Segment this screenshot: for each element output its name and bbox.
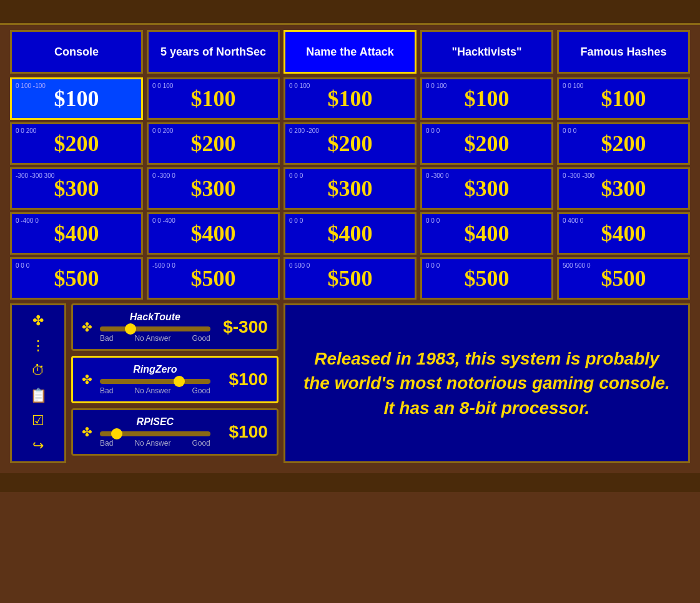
team-score-2: $100 (218, 422, 268, 442)
cell-scores-0-1: 0 0 100 (152, 82, 173, 90)
cell-value-2-2: $300 (328, 175, 373, 202)
cell-value-1-2: $200 (328, 130, 373, 157)
grid-cell-4-1[interactable]: -500 0 0$500 (147, 257, 280, 300)
bottom-bar (0, 473, 700, 492)
cell-value-4-2: $500 (328, 265, 373, 292)
slider-track-0[interactable] (100, 326, 210, 331)
cell-value-4-0: $500 (54, 265, 99, 292)
bottom-section: ✤⋮⏱📋☑↪ ✤HackTouteBadNo AnswerGood$-300✤R… (10, 303, 690, 463)
slider-labels-0: BadNo AnswerGood (100, 334, 210, 343)
sidebar-icon-5[interactable]: ↪ (32, 438, 44, 454)
cell-scores-2-1: 0 -300 0 (152, 172, 175, 180)
cell-scores-3-1: 0 0 -400 (152, 217, 175, 225)
cell-value-2-3: $300 (465, 175, 510, 202)
grid-cell-1-2[interactable]: 0 200 -200$200 (283, 122, 417, 165)
grid-row-3: 0 -400 0$4000 0 -400$4000 0 0$4000 0 0$4… (10, 212, 690, 255)
category-hacktivists[interactable]: "Hacktivists" (420, 30, 553, 74)
team-card-0: ✤HackTouteBadNo AnswerGood$-300 (71, 303, 279, 351)
slider-thumb-1[interactable] (174, 376, 185, 387)
team-name-0: HackToute (100, 311, 210, 323)
grid-cell-0-2[interactable]: 0 0 100$100 (283, 77, 417, 120)
grid-cell-1-4[interactable]: 0 0 0$200 (557, 122, 690, 165)
slider-track-1[interactable] (100, 379, 210, 384)
cell-value-3-1: $400 (191, 220, 236, 247)
slider-label-1: No Answer (134, 386, 170, 395)
cell-scores-1-0: 0 0 200 (16, 127, 36, 135)
question-panel: Released in 1983, this system is probabl… (283, 303, 690, 463)
sidebar-icon-3[interactable]: 📋 (30, 388, 47, 404)
grid-cell-1-1[interactable]: 0 0 200$200 (147, 122, 280, 165)
cell-scores-4-0: 0 0 0 (16, 262, 29, 270)
slider-label-2: No Answer (134, 439, 170, 448)
sidebar: ✤⋮⏱📋☑↪ (10, 303, 66, 463)
grid-cell-2-3[interactable]: 0 -300 0$300 (420, 167, 553, 210)
grid-cell-3-2[interactable]: 0 0 0$400 (283, 212, 417, 255)
team-card-2: ✤RPISECBadNo AnswerGood$100 (71, 408, 279, 456)
cell-value-1-1: $200 (191, 130, 236, 157)
cell-value-1-3: $200 (465, 130, 510, 157)
slider-track-2[interactable] (100, 431, 210, 436)
sidebar-icon-0[interactable]: ✤ (32, 313, 44, 329)
grid-cell-4-0[interactable]: 0 0 0$500 (10, 257, 143, 300)
slider-label-0: No Answer (134, 334, 170, 343)
grid-cell-0-4[interactable]: 0 0 100$100 (557, 77, 690, 120)
grid-cell-3-1[interactable]: 0 0 -400$400 (147, 212, 280, 255)
cell-scores-0-3: 0 0 100 (426, 82, 446, 90)
slider-labels-2: BadNo AnswerGood (100, 439, 210, 448)
grid-cell-3-0[interactable]: 0 -400 0$400 (10, 212, 143, 255)
team-score-1: $100 (218, 370, 268, 390)
grid-cell-3-4[interactable]: 0 400 0$400 (557, 212, 690, 255)
slider-container-2: BadNo AnswerGood (100, 431, 210, 448)
slider-label-2: Bad (100, 439, 113, 448)
grid-cell-2-2[interactable]: 0 0 0$300 (283, 167, 417, 210)
slider-labels-1: BadNo AnswerGood (100, 386, 210, 395)
sidebar-icon-2[interactable]: ⏱ (31, 363, 45, 379)
grid-cell-1-0[interactable]: 0 0 200$200 (10, 122, 143, 165)
cell-scores-1-4: 0 0 0 (563, 127, 576, 135)
grid-cell-3-3[interactable]: 0 0 0$400 (420, 212, 553, 255)
cell-scores-0-4: 0 0 100 (563, 82, 583, 90)
grid-cell-4-2[interactable]: 0 500 0$500 (283, 257, 417, 300)
slider-label-1: Good (192, 386, 210, 395)
cell-value-1-4: $200 (601, 130, 646, 157)
slider-label-2: Good (192, 439, 210, 448)
cell-value-4-4: $500 (601, 265, 646, 292)
grid-cell-0-3[interactable]: 0 0 100$100 (420, 77, 553, 120)
cell-scores-1-3: 0 0 0 (426, 127, 440, 135)
question-text: Released in 1983, this system is probabl… (300, 346, 673, 420)
grid-cell-4-3[interactable]: 0 0 0$500 (420, 257, 553, 300)
cell-value-3-0: $400 (54, 220, 99, 247)
slider-thumb-2[interactable] (111, 428, 122, 439)
grid-cell-2-4[interactable]: 0 -300 -300$300 (557, 167, 690, 210)
slider-container-0: BadNo AnswerGood (100, 326, 210, 343)
grid-cell-2-1[interactable]: 0 -300 0$300 (147, 167, 280, 210)
category-console[interactable]: Console (10, 30, 143, 74)
team-drag-icon-2[interactable]: ✤ (82, 424, 92, 439)
cell-scores-3-0: 0 -400 0 (16, 217, 39, 225)
cell-scores-1-1: 0 0 200 (152, 127, 173, 135)
grid-row-2: -300 -300 300$3000 -300 0$3000 0 0$3000 … (10, 167, 690, 210)
category-northsec[interactable]: 5 years of NorthSec (147, 30, 280, 74)
cell-value-0-0: $100 (54, 86, 99, 112)
category-attack[interactable]: Name the Attack (283, 30, 417, 74)
cell-scores-4-1: -500 0 0 (152, 262, 175, 270)
grid-cell-4-4[interactable]: 500 500 0$500 (557, 257, 690, 300)
grid-cell-2-0[interactable]: -300 -300 300$300 (10, 167, 143, 210)
grid-cell-0-0[interactable]: 0 100 -100$100 (10, 77, 143, 120)
team-drag-icon-0[interactable]: ✤ (82, 320, 92, 335)
category-hashes[interactable]: Famous Hashes (557, 30, 690, 74)
grid-cell-0-1[interactable]: 0 0 100$100 (147, 77, 280, 120)
top-bar (0, 0, 700, 25)
grid-cell-1-3[interactable]: 0 0 0$200 (420, 122, 553, 165)
sidebar-icon-1[interactable]: ⋮ (31, 338, 45, 354)
cell-value-2-1: $300 (191, 175, 236, 202)
team-drag-icon-1[interactable]: ✤ (82, 372, 92, 387)
cell-scores-2-0: -300 -300 300 (16, 172, 54, 180)
cell-scores-2-2: 0 0 0 (289, 172, 303, 180)
cell-scores-0-2: 0 0 100 (289, 82, 310, 90)
cell-value-2-0: $300 (54, 175, 99, 202)
slider-thumb-0[interactable] (125, 323, 136, 335)
cell-value-3-3: $400 (465, 220, 510, 247)
cell-scores-1-2: 0 200 -200 (289, 127, 319, 135)
sidebar-icon-4[interactable]: ☑ (32, 413, 44, 429)
